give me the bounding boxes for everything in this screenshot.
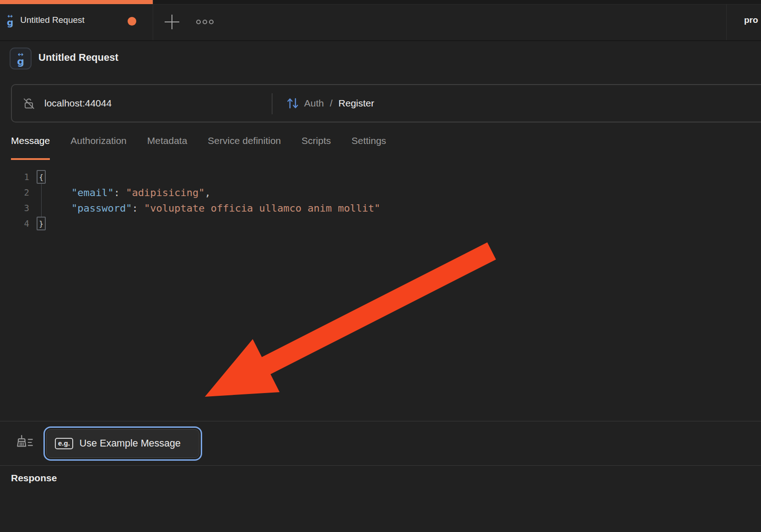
eg-badge-icon: e.g. xyxy=(55,438,73,449)
response-title: Response xyxy=(11,473,57,484)
line-number: 3 xyxy=(0,203,29,213)
right-panel-divider xyxy=(726,4,727,40)
json-value-password: "voluptate officia ullamco anim mollit" xyxy=(144,202,380,214)
tab-settings[interactable]: Settings xyxy=(351,135,386,160)
line-number: 4 xyxy=(0,218,29,229)
json-key-email: "email" xyxy=(71,187,114,198)
tab-service-definition[interactable]: Service definition xyxy=(208,135,281,160)
tab-title: Untitled Request xyxy=(20,15,84,25)
new-tab-button[interactable] xyxy=(162,12,182,32)
method-selector[interactable]: Auth / Register xyxy=(286,85,374,122)
request-section-tabs: Message Authorization Metadata Service d… xyxy=(11,135,386,160)
response-divider xyxy=(0,465,761,466)
tab-strip-band xyxy=(153,0,761,5)
editor-toolbar-divider xyxy=(0,421,761,421)
line-number: 1 xyxy=(0,172,29,182)
example-button-focus-ring: e.g. Use Example Message xyxy=(43,426,202,461)
indent-guide xyxy=(41,184,42,217)
editor-line: 2 "email": "adipisicing", xyxy=(0,185,457,200)
tab-message[interactable]: Message xyxy=(11,135,50,160)
updown-arrows-icon xyxy=(286,97,299,109)
broom-icon xyxy=(16,435,33,450)
right-panel-title: pro xyxy=(744,15,758,25)
code-line: "email": "adipisicing", xyxy=(53,187,211,198)
tab-strip: ↔ g Untitled Request pro xyxy=(0,0,761,41)
tab-metadata[interactable]: Metadata xyxy=(147,135,188,160)
message-editor[interactable]: 1 { 2 "email": "adipisicing", 3 "passwor… xyxy=(0,169,457,231)
clear-message-button[interactable] xyxy=(13,431,37,454)
service-name: Auth xyxy=(304,98,324,109)
page-title: Untitled Request xyxy=(38,52,118,64)
tab-scripts[interactable]: Scripts xyxy=(301,135,331,160)
grpc-icon: ↔ g xyxy=(17,52,24,66)
request-type-icon-box: ↔ g xyxy=(10,48,32,69)
more-options-button[interactable] xyxy=(193,12,217,32)
annotation-arrow-shape xyxy=(205,242,496,397)
tab-authorization[interactable]: Authorization xyxy=(70,135,127,160)
fold-marker-open-brace[interactable]: { xyxy=(37,170,46,184)
fold-marker-close-brace[interactable]: } xyxy=(37,217,46,230)
json-key-password: "password" xyxy=(71,202,132,214)
insecure-lock-icon xyxy=(22,96,36,110)
editor-line: 4 } xyxy=(0,216,457,231)
more-options-icon xyxy=(195,17,215,27)
method-separator: / xyxy=(330,98,332,109)
grpc-icon: ↔ g xyxy=(7,14,13,27)
use-example-message-button[interactable]: e.g. Use Example Message xyxy=(46,429,199,458)
editor-line: 1 { xyxy=(0,169,457,185)
request-bar: localhost:44044 Auth / Register xyxy=(11,84,761,122)
address-input[interactable]: localhost:44044 xyxy=(44,98,112,109)
example-button-label: Use Example Message xyxy=(80,438,181,449)
editor-line: 3 "password": "voluptate officia ullamco… xyxy=(0,200,457,216)
code-line: "password": "voluptate officia ullamco a… xyxy=(53,202,380,214)
method-name: Register xyxy=(338,98,374,109)
json-value-email: "adipisicing" xyxy=(126,187,204,198)
line-number: 2 xyxy=(0,187,29,197)
plus-icon xyxy=(163,13,181,31)
unsaved-changes-dot xyxy=(128,17,136,26)
request-bar-divider xyxy=(272,93,273,114)
